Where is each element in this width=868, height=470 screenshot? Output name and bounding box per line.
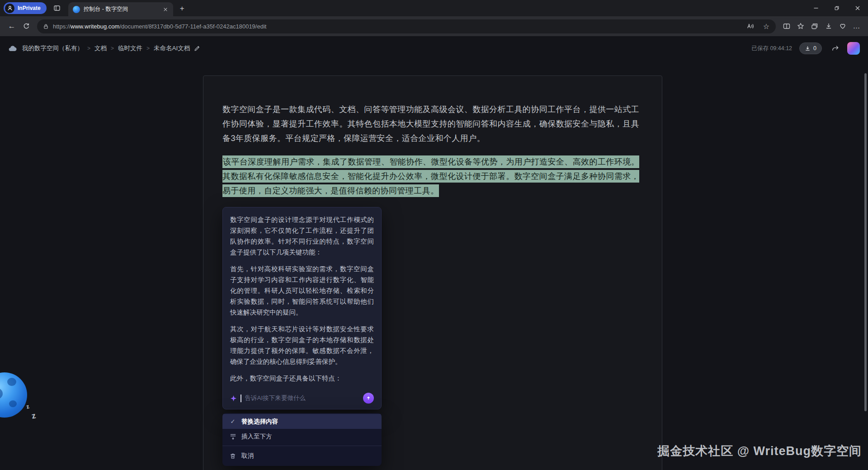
ai-generated-paragraph: 首先，针对高校科研实验室的需求，数字空间盒子支持对学习内容和工作内容进行数字化、… [230,263,374,318]
inprivate-badge[interactable]: InPrivate [4,2,47,14]
document-paragraph[interactable]: 数字空间盒子是一款集成代码、文档、问答等管理功能及高级会议、数据分析工具的协同工… [222,102,639,146]
browser-window: InPrivate 控制台 - 数字空间 + [0,0,868,470]
breadcrumb-item-current-doc[interactable]: 未命名AI文档 [154,44,190,52]
download-count-button[interactable]: 0 [799,42,822,54]
favorites-icon[interactable] [793,19,807,33]
breadcrumb-item-docs[interactable]: 文档 [94,44,107,52]
sleep-z-icon: z [25,403,30,410]
rename-pencil-icon[interactable] [194,45,200,52]
workspaces-icon[interactable] [50,1,64,15]
browser-tab[interactable]: 控制台 - 数字空间 [68,2,173,16]
ai-prompt-input[interactable]: 告诉AI接下来要做什么 [230,390,374,405]
tab-title: 控制台 - 数字空间 [84,5,158,13]
watermark-text: 掘金技术社区 @ WriteBug数字空间 [657,443,862,459]
ai-suggestion-panel: 数字空间盒子的设计理念源于对现代工作模式的深刻洞察，它不仅简化了工作流程，还提升… [222,207,382,409]
sleep-z-icon: z [31,411,37,421]
favorite-star-icon[interactable]: ☆ [760,20,772,32]
editor-content-area: 数字空间盒子是一款集成代码、文档、问答等管理功能及高级会议、数据分析工具的协同工… [0,61,868,470]
breadcrumb-separator: > [111,45,114,52]
close-button[interactable] [847,0,868,16]
ai-generated-paragraph: 其次，对于航天和芯片设计等对数据安全性要求极高的行业，数字空间盒子的本地存储和数… [230,324,374,367]
breadcrumb-separator: > [146,45,150,52]
address-bar[interactable]: https://www.writebug.com/document/8f317d… [37,19,776,33]
restore-button[interactable] [826,0,847,16]
download-arrow-icon [805,46,811,52]
menu-item-label: 替换选择内容 [241,418,278,426]
breadcrumb-separator: > [87,45,90,52]
browser-toolbar: ← https://www.writebug.com/document/8f31… [0,16,868,36]
lock-icon [43,24,49,29]
breadcrumb-item-temp[interactable]: 临时文件 [118,44,142,52]
browser-essentials-icon[interactable] [835,19,849,33]
menu-item-cancel[interactable]: 取消 [222,448,382,464]
app-header: 我的数字空间（私有） > 文档 > 临时文件 > 未命名AI文档 已保存 09:… [0,36,868,61]
ai-generated-paragraph: 数字空间盒子的设计理念源于对现代工作模式的深刻洞察，它不仅简化了工作流程，还提升… [230,214,374,258]
ai-input-placeholder: 告诉AI接下来要做什么 [245,394,360,402]
minimize-button[interactable] [806,0,826,16]
read-aloud-icon[interactable] [745,20,756,32]
split-screen-icon[interactable] [779,19,793,33]
share-icon[interactable] [828,42,842,55]
tab-close-icon[interactable] [161,5,170,14]
user-avatar[interactable] [847,42,860,55]
url-text: https://www.writebug.com/document/8f317d… [53,23,741,30]
menu-item-insert-below[interactable]: 插入至下方 [222,429,382,444]
saved-status: 已保存 09:44:12 [751,45,792,52]
tab-favicon-icon [73,6,80,13]
cloud-icon [8,45,18,52]
check-icon: ✓ [229,418,236,425]
sparkle-icon [230,395,237,402]
menu-item-replace-selection[interactable]: ✓ 替换选择内容 [222,414,382,429]
downloads-icon[interactable] [821,19,835,33]
ai-generated-paragraph: 此外，数字空间盒子还具备以下特点： [230,373,374,384]
selected-text[interactable]: 该平台深度理解用户需求，集成了数据管理、智能协作、微型化设备等优势，为用户打造安… [222,155,639,197]
insert-below-icon [229,433,236,440]
text-caret [241,395,241,402]
menu-divider [222,446,382,446]
breadcrumb: 我的数字空间（私有） > 文档 > 临时文件 > 未命名AI文档 [8,44,200,52]
mascot-sphere-icon [0,372,27,418]
browser-titlebar: InPrivate 控制台 - 数字空间 + [0,0,868,16]
page-scrollbar[interactable] [864,73,867,411]
arrow-up-icon [366,395,371,401]
download-count: 0 [813,45,816,52]
refresh-button[interactable] [19,19,33,33]
document-paragraph-selected-wrap[interactable]: 该平台深度理解用户需求，集成了数据管理、智能协作、微型化设备等优势，为用户打造安… [222,155,639,198]
inprivate-label: InPrivate [18,5,41,11]
breadcrumb-item-space[interactable]: 我的数字空间（私有） [22,44,83,52]
settings-more-icon[interactable]: … [849,19,863,33]
profile-avatar-icon [5,4,14,13]
ai-action-menu: ✓ 替换选择内容 插入至下方 [222,413,382,466]
collections-icon[interactable] [807,19,821,33]
trash-icon [229,453,236,459]
assistant-mascot[interactable]: z z [0,372,50,429]
menu-item-label: 插入至下方 [241,432,272,441]
menu-item-label: 取消 [241,452,254,460]
back-button[interactable]: ← [5,19,19,33]
new-tab-button[interactable]: + [176,2,189,14]
document-page[interactable]: 数字空间盒子是一款集成代码、文档、问答等管理功能及高级会议、数据分析工具的协同工… [203,75,662,470]
ai-send-button[interactable] [363,393,374,404]
